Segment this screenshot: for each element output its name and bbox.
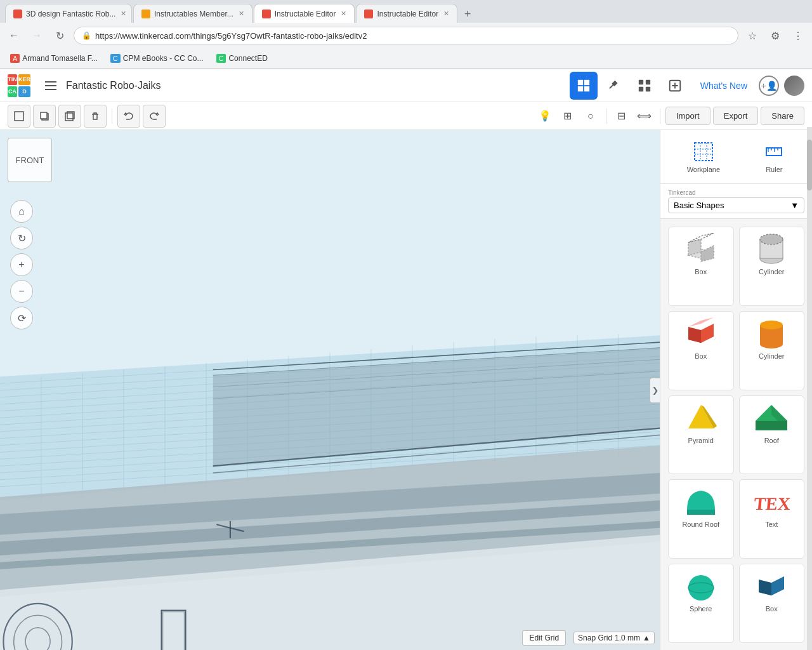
svg-rect-3 bbox=[578, 79, 583, 84]
sphere-icon[interactable]: ○ bbox=[580, 106, 601, 126]
viewport-bottom: Edit Grid Snap Grid 1.0 mm ▲ bbox=[522, 630, 655, 646]
delete-button[interactable] bbox=[84, 105, 107, 128]
dropdown-brand-label: Tinkercad bbox=[668, 189, 804, 196]
home-view-button[interactable]: ⌂ bbox=[10, 200, 33, 223]
zoom-in-button[interactable]: + bbox=[10, 253, 33, 276]
svg-rect-74 bbox=[695, 143, 712, 161]
duplicate-button[interactable] bbox=[58, 105, 81, 128]
svg-rect-0 bbox=[45, 81, 56, 83]
share-button[interactable]: Share bbox=[761, 107, 804, 125]
menu-button[interactable]: ⋮ bbox=[789, 27, 807, 44]
project-title: Fantastic Robo-Jaiks bbox=[66, 80, 565, 91]
new-tab-button[interactable]: + bbox=[459, 5, 476, 23]
shape-pyramid[interactable]: Pyramid bbox=[668, 395, 734, 475]
forward-button[interactable]: → bbox=[28, 27, 46, 44]
shapes-category-dropdown[interactable]: Basic Shapes ▼ bbox=[668, 197, 804, 213]
bookmark-3[interactable]: C ConnectED bbox=[211, 51, 273, 65]
tab-2[interactable]: Instructables Member... ✕ bbox=[133, 4, 252, 23]
new-document-button[interactable] bbox=[8, 105, 30, 128]
shape-round-roof[interactable]: Round Roof bbox=[668, 479, 734, 559]
tab-close-4[interactable]: ✕ bbox=[443, 10, 449, 18]
panel-dropdown: Tinkercad Basic Shapes ▼ bbox=[660, 184, 812, 219]
panel-collapse-handle[interactable]: ❯ bbox=[650, 378, 660, 403]
logo-c: CA bbox=[8, 86, 17, 97]
tab-3[interactable]: Instructable Editor ✕ bbox=[254, 4, 355, 23]
tab-bar: 3D design Fantastic Rob... ✕ Instructabl… bbox=[0, 0, 812, 23]
bookmark-favicon-2: C bbox=[110, 54, 121, 63]
shape-pyramid-label: Pyramid bbox=[688, 437, 714, 444]
url-bar[interactable]: 🔒 https://www.tinkercad.com/things/5g6Ys… bbox=[74, 27, 738, 44]
round-roof-icon bbox=[681, 485, 721, 518]
copy-button[interactable] bbox=[33, 105, 56, 128]
edit-toolbar: 💡 ⊞ ○ ⊟ ⟺ Import Export Share bbox=[0, 102, 812, 130]
bookmark-2[interactable]: C CPM eBooks - CC Co... bbox=[105, 51, 209, 65]
user-avatar[interactable] bbox=[784, 76, 804, 96]
redo-button[interactable] bbox=[143, 105, 166, 128]
ruler-button[interactable]: Ruler bbox=[757, 138, 790, 176]
snap-grid-chevron[interactable]: ▲ bbox=[643, 633, 650, 642]
shape-cylinder-solid[interactable]: Cylinder bbox=[739, 311, 805, 390]
bookmark-label-2: CPM eBooks - CC Co... bbox=[123, 54, 204, 63]
svg-rect-2 bbox=[45, 89, 56, 90]
scrollbar-thumb[interactable] bbox=[807, 140, 812, 190]
tab-close-2[interactable]: ✕ bbox=[239, 10, 244, 18]
bookmark-button[interactable]: ☆ bbox=[743, 27, 761, 44]
svg-marker-102 bbox=[756, 421, 787, 430]
toolbar-separator-2 bbox=[606, 109, 606, 124]
logo-d: D bbox=[18, 86, 30, 97]
align-icon[interactable]: ⊟ bbox=[612, 106, 632, 126]
tab-1[interactable]: 3D design Fantastic Rob... ✕ bbox=[5, 4, 132, 23]
tab-close-1[interactable]: ✕ bbox=[121, 10, 126, 18]
zoom-out-button[interactable]: − bbox=[10, 280, 33, 303]
workplane-button[interactable]: Workplane bbox=[682, 138, 725, 176]
hamburger-menu[interactable] bbox=[41, 76, 61, 96]
build-button[interactable] bbox=[600, 72, 628, 100]
tab-4[interactable]: Instructable Editor ✕ bbox=[356, 4, 457, 23]
import-button[interactable]: Import bbox=[665, 107, 710, 125]
shape-cylinder-solid-label: Cylinder bbox=[759, 352, 784, 360]
reset-view-button[interactable]: ⟳ bbox=[10, 307, 33, 329]
svg-marker-92 bbox=[688, 327, 701, 343]
distribute-icon[interactable]: ⟺ bbox=[634, 106, 655, 126]
shape-cylinder-wireframe[interactable]: Cylinder bbox=[739, 227, 805, 306]
panel-scrollbar[interactable] bbox=[807, 130, 812, 650]
bookmark-1[interactable]: A Armand Tomasella F... bbox=[5, 51, 103, 65]
svg-marker-86 bbox=[701, 246, 714, 262]
view-cube-face-front[interactable]: FRONT bbox=[8, 138, 52, 182]
svg-rect-10 bbox=[646, 86, 650, 91]
shape-box-wireframe[interactable]: Box bbox=[668, 227, 734, 306]
reload-button[interactable]: ↻ bbox=[51, 27, 69, 44]
box-blue-icon bbox=[751, 569, 792, 602]
shape-round-roof-label: Round Roof bbox=[682, 521, 719, 528]
logo-t: TIN bbox=[8, 74, 17, 85]
view-cube[interactable]: FRONT bbox=[8, 138, 58, 189]
tab-close-3[interactable]: ✕ bbox=[341, 10, 346, 18]
shape-box-solid[interactable]: Box bbox=[668, 311, 734, 390]
browser-chrome: 3D design Fantastic Rob... ✕ Instructabl… bbox=[0, 0, 812, 69]
snap-grid-control[interactable]: Snap Grid 1.0 mm ▲ bbox=[573, 632, 655, 644]
shape-box-blue[interactable]: Box bbox=[739, 564, 805, 643]
export-button[interactable]: Export bbox=[713, 107, 759, 125]
add-user-icon[interactable]: +👤 bbox=[759, 76, 779, 96]
undo-button[interactable] bbox=[117, 105, 140, 128]
simulation-button[interactable] bbox=[661, 72, 689, 100]
svg-rect-1 bbox=[45, 85, 56, 86]
whats-new-button[interactable]: What's New bbox=[691, 77, 756, 95]
blocks-button[interactable] bbox=[631, 72, 658, 100]
logo-k: KER bbox=[18, 74, 30, 85]
svg-rect-12 bbox=[15, 112, 23, 121]
back-button[interactable]: ← bbox=[5, 27, 23, 44]
grid-view-button[interactable] bbox=[570, 72, 598, 100]
shape-sphere[interactable]: Sphere bbox=[668, 564, 734, 643]
light-icon[interactable]: 💡 bbox=[535, 106, 555, 126]
shape-text[interactable]: TEXT Text bbox=[739, 479, 805, 559]
viewport[interactable]: FRONT ⌂ ↻ + − ⟳ ❯ Edit Grid Snap Grid 1.… bbox=[0, 130, 660, 650]
grid-icon[interactable]: ⊞ bbox=[558, 106, 578, 126]
snap-grid-label: Snap Grid bbox=[578, 633, 612, 642]
extensions-button[interactable]: ⚙ bbox=[766, 27, 784, 44]
tinkercad-logo[interactable]: TIN KER CA D bbox=[8, 74, 30, 97]
edit-grid-button[interactable]: Edit Grid bbox=[522, 630, 566, 646]
shape-roof[interactable]: Roof bbox=[739, 395, 805, 475]
user-area[interactable]: +👤 bbox=[759, 76, 804, 96]
orbit-button[interactable]: ↻ bbox=[10, 227, 33, 249]
